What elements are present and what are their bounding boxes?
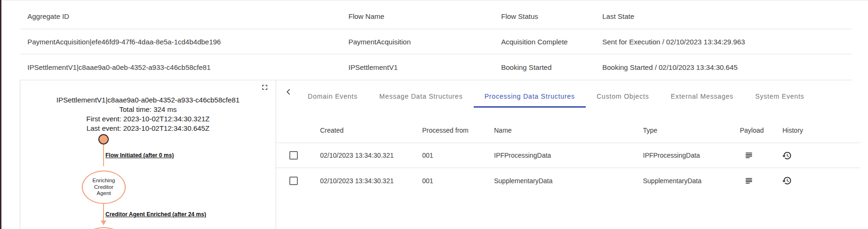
node-label-line: Creditor — [94, 184, 113, 191]
cell-type: SupplementaryData — [643, 168, 702, 193]
tab-system-events[interactable]: System Events — [744, 85, 815, 108]
node-label-line: Enriching — [93, 178, 115, 184]
cell-flow-status: Acquisition Complete — [494, 38, 595, 46]
table-row: 02/10/2023 13:34:30.321 001 Supplementar… — [276, 168, 860, 193]
column-header-created: Created — [320, 118, 344, 143]
history-button[interactable] — [781, 175, 792, 187]
tab-processing-data-structures[interactable]: Processing Data Structures — [474, 85, 586, 108]
diagram-title: IPSettlementV1|c8aae9a0-a0eb-4352-a933-c… — [20, 95, 276, 105]
collapse-panel-button[interactable] — [283, 86, 294, 97]
column-header-name: Name — [494, 118, 512, 143]
tab-domain-events[interactable]: Domain Events — [297, 85, 368, 108]
column-header-payload: Payload — [740, 118, 764, 143]
cell-flow-name: PaymentAcquisition — [341, 38, 494, 46]
column-header-flow-status: Flow Status — [494, 12, 595, 20]
cell-flow-status: Booking Started — [494, 63, 595, 71]
row-checkbox[interactable] — [289, 177, 298, 185]
cell-created: 02/10/2023 13:34:30.321 — [320, 143, 394, 168]
cell-processed-from: 001 — [422, 168, 433, 193]
diagram-summary: IPSettlementV1|c8aae9a0-a0eb-4352-a933-c… — [20, 95, 276, 133]
diagram-edge-line — [103, 204, 104, 221]
flow-diagram-panel: IPSettlementV1|c8aae9a0-a0eb-4352-a933-c… — [20, 80, 276, 229]
history-clock-icon — [782, 151, 792, 161]
column-header-processed-from: Processed from — [422, 118, 469, 143]
fullscreen-button[interactable] — [260, 82, 270, 93]
history-button[interactable] — [781, 150, 792, 161]
payload-lines-icon — [744, 176, 754, 186]
tab-message-data-structures[interactable]: Message Data Structures — [368, 85, 473, 108]
payload-button[interactable] — [743, 175, 755, 187]
row-checkbox[interactable] — [289, 151, 298, 160]
column-header-aggregate-id: Aggregate ID — [20, 12, 341, 20]
flows-table-header-row: Aggregate ID Flow Name Flow Status Last … — [20, 0, 852, 29]
diagram-node-enriching-creditor-agent: Enriching Creditor Agent — [82, 170, 126, 204]
tab-external-messages[interactable]: External Messages — [660, 85, 745, 108]
column-header-flow-name: Flow Name — [341, 12, 494, 20]
edge-label-flow-initiated: Flow Initiated (after 0 ms) — [105, 152, 174, 159]
details-panel: Domain Events Message Data Structures Pr… — [276, 80, 860, 229]
cell-last-state: Sent for Execution / 02/10/2023 13:34:29… — [595, 38, 852, 46]
payload-lines-icon — [744, 151, 754, 160]
cell-aggregate-id: IPSettlementV1|c8aae9a0-a0eb-4352-a933-c… — [20, 63, 341, 71]
cell-aggregate-id: PaymentAcquisition|efe46fd9-47f6-4daa-8e… — [20, 38, 341, 46]
cell-name: IPFProcessingData — [494, 143, 551, 168]
diagram-first-event: First event: 2023-10-02T12:34:30.321Z — [20, 114, 276, 124]
events-table-header-row: Created Processed from Name Type Payload… — [276, 118, 860, 143]
cell-processed-from: 001 — [422, 143, 433, 168]
tab-bar: Domain Events Message Data Structures Pr… — [297, 85, 815, 108]
cell-flow-name: IPSettlementV1 — [341, 63, 494, 71]
chevron-left-icon — [285, 88, 292, 96]
column-header-last-state: Last State — [595, 12, 852, 20]
flow-monitor-page: Aggregate ID Flow Name Flow Status Last … — [0, 0, 868, 229]
tab-custom-objects[interactable]: Custom Objects — [586, 85, 660, 108]
cell-created: 02/10/2023 13:34:30.321 — [320, 168, 394, 193]
payload-button[interactable] — [743, 150, 755, 161]
history-clock-icon — [782, 176, 792, 186]
flows-table-row-ipsettlement[interactable]: IPSettlementV1|c8aae9a0-a0eb-4352-a933-c… — [20, 54, 852, 80]
diagram-start-node — [98, 134, 109, 144]
edge-label-creditor-agent-enriched: Creditor Agent Enriched (after 24 ms) — [105, 211, 206, 218]
cell-type: IPFProcessingData — [643, 143, 700, 168]
cell-last-state: Booking Started / 02/10/2023 13:34:30.64… — [595, 63, 852, 71]
diagram-node-partial — [82, 227, 126, 229]
diagram-edge-line — [103, 144, 104, 166]
cell-name: SupplementaryData — [494, 168, 553, 193]
diagram-total-time: Total time: 324 ms — [20, 105, 276, 114]
fullscreen-icon — [260, 83, 269, 92]
diagram-arrowhead — [101, 221, 106, 225]
flows-table: Aggregate ID Flow Name Flow Status Last … — [20, 0, 852, 80]
diagram-last-event: Last event: 2023-10-02T12:34:30.645Z — [20, 124, 276, 133]
table-row: 02/10/2023 13:34:30.321 001 IPFProcessin… — [276, 143, 860, 168]
node-label-line: Agent — [96, 190, 111, 197]
flows-table-row-payment-acquisition[interactable]: PaymentAcquisition|efe46fd9-47f6-4daa-8e… — [20, 29, 852, 54]
column-header-type: Type — [643, 118, 657, 143]
column-header-history: History — [782, 118, 803, 143]
window-left-edge — [0, 0, 1, 229]
